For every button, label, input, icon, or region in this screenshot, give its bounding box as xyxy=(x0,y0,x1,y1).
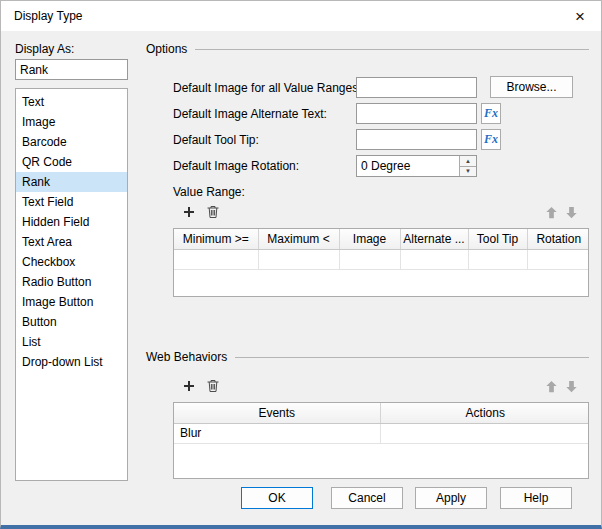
type-item-drop-down-list[interactable]: Drop-down List xyxy=(16,352,127,372)
web-behaviors-header-row: Events Actions xyxy=(174,403,589,423)
default-image-input[interactable] xyxy=(356,77,477,98)
type-item-qr-code[interactable]: QR Code xyxy=(16,152,127,172)
web-behaviors-move-down-button[interactable] xyxy=(560,375,582,397)
value-range-row[interactable] xyxy=(174,249,589,269)
col-tooltip: Tool Tip xyxy=(468,229,527,249)
tooltip-input[interactable] xyxy=(356,129,477,150)
default-image-label: Default Image for all Value Ranges: xyxy=(173,81,362,95)
rotation-value: 0 Degree xyxy=(357,156,459,176)
move-up-icon xyxy=(544,379,559,394)
value-range-table: Minimum >= Maximum < Image Alternate ...… xyxy=(173,228,589,297)
close-button[interactable]: × xyxy=(559,1,601,31)
col-minimum: Minimum >= xyxy=(174,229,258,249)
cancel-button[interactable]: Cancel xyxy=(331,487,403,509)
rotation-spin-controls: ▲ ▼ xyxy=(459,156,476,176)
col-events: Events xyxy=(174,403,380,423)
alt-text-label: Default Image Alternate Text: xyxy=(173,107,327,121)
type-item-barcode[interactable]: Barcode xyxy=(16,132,127,152)
display-type-dialog: Display Type × Display As: Text Image Ba… xyxy=(0,0,602,529)
rotation-label: Default Image Rotation: xyxy=(173,159,299,173)
web-behavior-row[interactable]: Blur xyxy=(174,423,589,443)
col-image: Image xyxy=(339,229,400,249)
web-behaviors-table: Events Actions Blur xyxy=(173,402,589,479)
value-range-header-row: Minimum >= Maximum < Image Alternate ...… xyxy=(174,229,589,249)
window-title: Display Type xyxy=(1,9,82,23)
rotation-spinner[interactable]: 0 Degree ▲ ▼ xyxy=(356,155,477,177)
type-item-text[interactable]: Text xyxy=(16,92,127,112)
type-item-radio-button[interactable]: Radio Button xyxy=(16,272,127,292)
move-up-icon xyxy=(544,205,559,220)
col-rotation: Rotation xyxy=(527,229,589,249)
options-group-header: Options xyxy=(146,42,589,56)
type-item-checkbox[interactable]: Checkbox xyxy=(16,252,127,272)
type-item-text-field[interactable]: Text Field xyxy=(16,192,127,212)
display-as-input[interactable] xyxy=(15,59,128,80)
type-item-text-area[interactable]: Text Area xyxy=(16,232,127,252)
value-range-cell[interactable] xyxy=(527,249,589,269)
type-item-list[interactable]: List xyxy=(16,332,127,352)
alt-text-input[interactable] xyxy=(356,103,477,124)
move-down-icon xyxy=(564,379,579,394)
group-divider xyxy=(195,49,589,50)
type-item-button[interactable]: Button xyxy=(16,312,127,332)
help-button[interactable]: Help xyxy=(500,487,572,509)
options-group-title: Options xyxy=(146,42,187,56)
value-range-cell[interactable] xyxy=(174,249,258,269)
alt-text-fx-button[interactable]: Fx xyxy=(481,103,501,124)
web-behaviors-move-up-button[interactable] xyxy=(540,375,562,397)
action-cell[interactable] xyxy=(380,423,589,443)
value-range-move-down-button[interactable] xyxy=(560,201,582,223)
value-range-cell[interactable] xyxy=(400,249,468,269)
spin-up-icon[interactable]: ▲ xyxy=(460,156,476,167)
type-item-image[interactable]: Image xyxy=(16,112,127,132)
display-as-label: Display As: xyxy=(15,42,74,56)
value-range-cell[interactable] xyxy=(258,249,339,269)
trash-icon xyxy=(205,204,221,220)
col-maximum: Maximum < xyxy=(258,229,339,249)
ok-button[interactable]: OK xyxy=(241,487,313,509)
value-range-delete-button[interactable] xyxy=(202,201,224,223)
col-alternate: Alternate ... xyxy=(400,229,468,249)
web-behaviors-group-header: Web Behaviors xyxy=(146,350,589,364)
value-range-cell[interactable] xyxy=(339,249,400,269)
spin-down-icon[interactable]: ▼ xyxy=(460,167,476,177)
tooltip-label: Default Tool Tip: xyxy=(173,133,259,147)
col-actions: Actions xyxy=(380,403,589,423)
web-behaviors-delete-button[interactable] xyxy=(202,375,224,397)
plus-icon xyxy=(181,378,197,394)
plus-icon xyxy=(181,204,197,220)
web-behaviors-group-title: Web Behaviors xyxy=(146,350,227,364)
value-range-cell[interactable] xyxy=(468,249,527,269)
type-item-image-button[interactable]: Image Button xyxy=(16,292,127,312)
move-down-icon xyxy=(564,205,579,220)
trash-icon xyxy=(205,378,221,394)
titlebar: Display Type × xyxy=(1,1,601,31)
type-item-rank[interactable]: Rank xyxy=(16,172,127,192)
value-range-label: Value Range: xyxy=(173,185,245,199)
web-behaviors-add-button[interactable] xyxy=(178,375,200,397)
browse-button[interactable]: Browse... xyxy=(490,76,573,98)
value-range-move-up-button[interactable] xyxy=(540,201,562,223)
apply-button[interactable]: Apply xyxy=(415,487,487,509)
type-item-hidden-field[interactable]: Hidden Field xyxy=(16,212,127,232)
close-icon: × xyxy=(575,8,585,25)
event-cell[interactable]: Blur xyxy=(174,423,380,443)
display-type-list: Text Image Barcode QR Code Rank Text Fie… xyxy=(15,88,128,481)
group-divider xyxy=(235,357,589,358)
tooltip-fx-button[interactable]: Fx xyxy=(481,129,501,150)
value-range-add-button[interactable] xyxy=(178,201,200,223)
